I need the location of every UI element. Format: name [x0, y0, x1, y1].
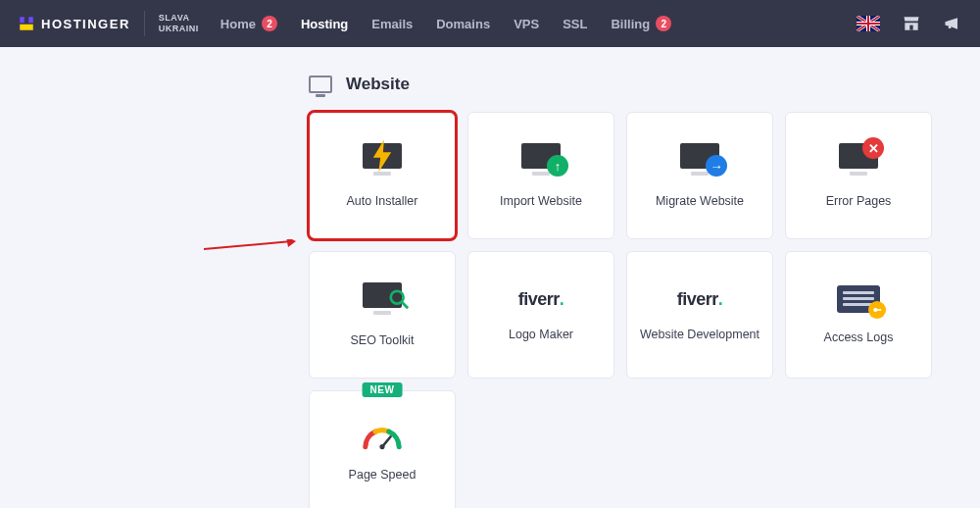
card-label: Logo Maker	[509, 328, 573, 341]
nav-vps[interactable]: VPS	[514, 17, 539, 31]
nav-vps-label: VPS	[514, 17, 539, 31]
card-logo-maker[interactable]: fiverr. Logo Maker	[467, 251, 614, 379]
slogan-line2: UKRAINI	[159, 24, 199, 34]
monitor-icon	[309, 76, 332, 93]
seo-toolkit-icon	[362, 282, 403, 316]
new-badge: NEW	[363, 382, 403, 397]
svg-point-10	[873, 308, 877, 312]
locale-flag-icon[interactable]	[857, 16, 880, 31]
nav-ssl-label: SSL	[563, 17, 587, 31]
card-label: Migrate Website	[656, 194, 744, 208]
card-import-website[interactable]: ↑ Import Website	[467, 112, 614, 239]
nav-home-label: Home	[220, 17, 256, 31]
card-website-development[interactable]: fiverr. Website Development	[626, 251, 773, 379]
card-label: SEO Toolkit	[350, 333, 414, 347]
svg-line-6	[204, 241, 292, 249]
slogan: SLAVA UKRAINI	[159, 13, 199, 34]
nav-hosting-label: Hosting	[301, 17, 348, 31]
card-label: Auto Installer	[347, 194, 418, 208]
svg-point-8	[391, 291, 404, 304]
fiverr-logo-icon: fiverr.	[518, 289, 564, 310]
nav-ssl[interactable]: SSL	[563, 17, 587, 31]
svg-rect-4	[857, 23, 880, 25]
svg-line-13	[382, 436, 391, 446]
card-label: Error Pages	[826, 194, 892, 208]
nav-domains-label: Domains	[436, 17, 490, 31]
error-pages-icon: ✕	[838, 143, 879, 177]
svg-line-9	[402, 302, 408, 308]
card-label: Page Speed	[349, 468, 416, 482]
card-page-speed[interactable]: NEW Page Speed	[309, 390, 456, 508]
section-title: Website	[346, 75, 410, 94]
nav-home-badge: 2	[262, 16, 277, 31]
svg-rect-5	[909, 25, 912, 30]
topnav: HOSTINGER SLAVA UKRAINI Home 2 Hosting E…	[0, 0, 980, 47]
svg-rect-11	[877, 309, 881, 311]
hostinger-mark-icon	[18, 15, 35, 32]
nav-emails-label: Emails	[371, 17, 413, 31]
card-seo-toolkit[interactable]: SEO Toolkit	[309, 251, 456, 379]
card-migrate-website[interactable]: → Migrate Website	[626, 112, 773, 239]
card-error-pages[interactable]: ✕ Error Pages	[785, 112, 932, 239]
nav-emails[interactable]: Emails	[371, 17, 413, 31]
brand-logo[interactable]: HOSTINGER	[18, 15, 130, 32]
brand-name: HOSTINGER	[41, 17, 130, 31]
card-auto-installer[interactable]: Auto Installer	[309, 112, 456, 239]
migrate-website-icon: →	[679, 143, 720, 177]
nav-domains[interactable]: Domains	[436, 17, 490, 31]
megaphone-icon[interactable]	[943, 14, 962, 33]
svg-marker-7	[286, 239, 296, 247]
card-label: Website Development	[640, 328, 760, 341]
nav-hosting[interactable]: Hosting	[301, 17, 348, 31]
card-label: Import Website	[500, 194, 582, 208]
auto-installer-icon	[362, 143, 403, 177]
divider	[144, 11, 145, 36]
nav-links: Home 2 Hosting Emails Domains VPS SSL Bi…	[220, 16, 671, 31]
nav-billing-label: Billing	[611, 17, 650, 31]
section-header: Website	[309, 75, 936, 94]
fiverr-logo-icon: fiverr.	[677, 289, 723, 310]
card-label: Access Logs	[824, 330, 894, 344]
slogan-line1: SLAVA	[159, 13, 199, 24]
nav-billing[interactable]: Billing 2	[611, 16, 671, 31]
access-logs-icon	[837, 285, 880, 313]
store-icon[interactable]	[902, 14, 921, 33]
page-body: Website Auto Installer ↑	[0, 47, 980, 508]
nav-home[interactable]: Home 2	[220, 16, 277, 31]
import-website-icon: ↑	[520, 143, 562, 177]
card-access-logs[interactable]: Access Logs	[785, 251, 932, 379]
page-speed-gauge-icon	[362, 427, 403, 450]
nav-right-icons	[857, 14, 962, 33]
card-grid: Auto Installer ↑ Import Website → Migrat…	[309, 112, 936, 508]
nav-billing-badge: 2	[656, 16, 671, 31]
annotation-arrow-icon	[204, 239, 302, 259]
